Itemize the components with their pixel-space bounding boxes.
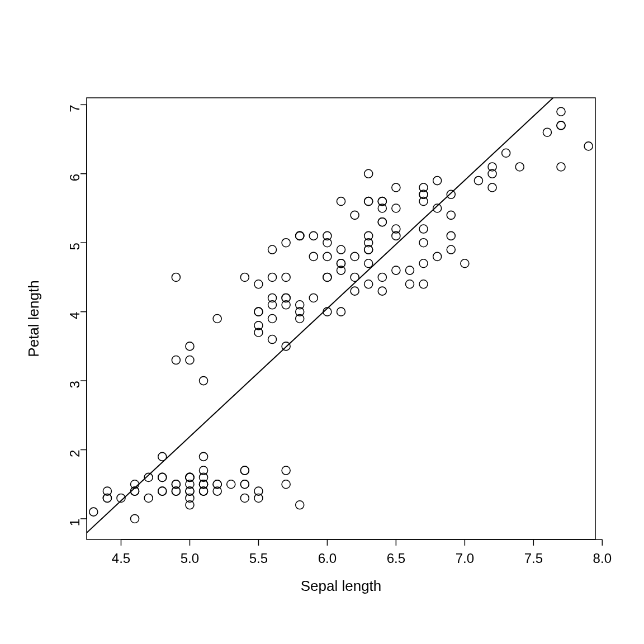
data-point — [447, 231, 455, 240]
data-point — [378, 273, 386, 281]
x-tick-label: 5.0 — [181, 551, 199, 566]
data-point — [240, 494, 249, 502]
data-point — [378, 218, 386, 226]
data-point — [172, 356, 180, 364]
data-point — [268, 335, 277, 344]
x-tick-label: 7.5 — [524, 551, 543, 566]
x-tick-label: 4.5 — [112, 551, 130, 566]
data-point — [557, 121, 565, 130]
data-point — [186, 356, 194, 364]
data-point — [364, 169, 373, 178]
data-point — [282, 480, 290, 489]
y-tick-label: 6 — [67, 174, 82, 181]
y-tick-label: 4 — [67, 312, 82, 319]
x-tick-label: 8.0 — [593, 551, 612, 566]
data-point — [337, 197, 345, 206]
data-point — [158, 473, 167, 481]
data-point — [131, 514, 139, 523]
data-point — [337, 245, 345, 254]
data-point — [557, 163, 565, 171]
data-point — [405, 280, 414, 288]
y-axis-label: Petal length — [25, 280, 42, 357]
data-point — [282, 273, 290, 281]
data-point — [268, 245, 277, 254]
data-point — [515, 163, 524, 171]
data-point — [296, 231, 304, 240]
data-point — [433, 177, 442, 185]
data-point — [378, 287, 386, 295]
regression-line — [87, 59, 595, 533]
data-point — [364, 259, 373, 268]
data-point — [309, 252, 318, 261]
data-point — [282, 466, 290, 475]
y-tick-label: 3 — [67, 381, 82, 388]
data-point — [282, 239, 290, 247]
data-point — [351, 287, 359, 295]
data-point — [158, 487, 167, 495]
data-point — [502, 149, 510, 157]
y-tick-label: 1 — [67, 519, 82, 526]
data-point — [405, 266, 414, 274]
data-point — [254, 280, 263, 288]
data-point — [158, 452, 167, 461]
data-point — [144, 494, 153, 502]
data-point — [240, 466, 249, 475]
data-point — [557, 107, 565, 116]
data-point — [351, 273, 359, 281]
data-point — [488, 183, 496, 192]
y-tick-label: 5 — [67, 243, 82, 250]
data-point — [89, 508, 98, 516]
data-point — [227, 480, 235, 489]
data-point — [364, 280, 373, 288]
data-point — [474, 177, 482, 185]
x-tick-label: 6.0 — [318, 551, 337, 566]
data-point — [323, 273, 332, 281]
data-point — [213, 315, 221, 323]
x-axis-label: Sepal length — [301, 577, 382, 594]
data-point — [172, 273, 180, 281]
data-point — [392, 204, 400, 212]
data-point — [419, 259, 428, 268]
data-point — [447, 211, 455, 219]
data-point — [392, 266, 400, 274]
data-point — [351, 252, 359, 261]
data-point — [200, 377, 208, 385]
data-point — [240, 273, 249, 281]
data-point — [254, 307, 263, 316]
data-point — [200, 452, 208, 461]
y-tick-label: 7 — [67, 105, 82, 112]
data-point — [584, 142, 593, 150]
data-point — [461, 259, 469, 268]
data-point — [268, 273, 277, 281]
data-point — [240, 480, 249, 489]
scatter-chart: 4.55.05.56.06.57.07.58.01234567Sepal len… — [0, 0, 644, 644]
data-point — [351, 211, 359, 219]
x-tick-label: 6.5 — [387, 551, 405, 566]
data-point — [337, 307, 345, 316]
data-point — [419, 280, 428, 288]
data-point — [309, 231, 318, 240]
data-point — [186, 342, 194, 351]
data-point — [433, 252, 442, 261]
data-point — [419, 239, 428, 247]
x-tick-label: 7.0 — [456, 551, 474, 566]
data-point — [296, 501, 304, 509]
data-point — [309, 293, 318, 302]
data-point — [364, 197, 373, 206]
y-tick-label: 2 — [67, 450, 82, 457]
x-tick-label: 5.5 — [249, 551, 268, 566]
data-point — [392, 183, 400, 192]
data-point — [419, 225, 428, 233]
data-point — [268, 315, 277, 323]
data-point — [543, 128, 551, 136]
data-point — [447, 190, 455, 198]
data-point — [323, 252, 332, 261]
data-point — [447, 245, 455, 254]
